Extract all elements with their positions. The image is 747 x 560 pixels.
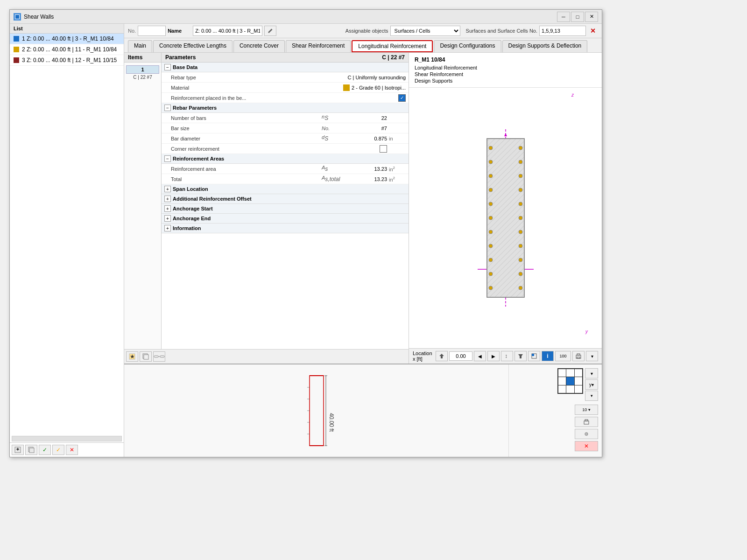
reinf-areas-section-header[interactable]: − Reinforcement Areas — [162, 154, 409, 164]
top-bar: No. Name Assignable objects Surfaces / C… — [124, 24, 602, 38]
edit-button[interactable] — [264, 26, 276, 36]
information-section[interactable]: + Information — [162, 224, 409, 233]
delete-list-button[interactable]: ✕ — [66, 445, 78, 455]
total-symbol: As,total — [322, 175, 350, 182]
view1-button[interactable] — [528, 351, 540, 361]
rebar-params-section-header[interactable]: − Rebar Parameters — [162, 103, 409, 113]
view-dropdown-button[interactable]: ▾ — [585, 368, 598, 378]
svg-rect-66 — [584, 421, 589, 424]
tab-design-supports[interactable]: Design Supports & Deflection — [502, 40, 588, 52]
anchorage-start-toggle[interactable]: + — [164, 205, 171, 212]
information-toggle[interactable]: + — [164, 225, 171, 231]
reinf-area-value: 13.23 — [350, 166, 387, 172]
minimize-button[interactable]: ─ — [557, 12, 570, 22]
cancel-bottom-button[interactable]: ✕ — [575, 441, 598, 451]
copy-param-button[interactable] — [140, 351, 152, 362]
no-label: No. — [128, 28, 136, 34]
print-bottom-button[interactable] — [575, 417, 598, 427]
corner-reinf-checkbox[interactable] — [380, 145, 387, 153]
info-button[interactable]: i — [542, 351, 554, 361]
list-header: List — [10, 24, 124, 34]
reinf-areas-toggle[interactable]: − — [164, 155, 171, 162]
surfaces-label: Surfaces and Surface Cells No. — [466, 28, 537, 34]
svg-point-24 — [489, 146, 493, 150]
tab-design-config[interactable]: Design Configurations — [434, 40, 501, 52]
params-bottom-toolbar: ★ — [124, 349, 409, 364]
base-data-toggle[interactable]: − — [164, 64, 171, 70]
svg-point-40 — [519, 216, 522, 220]
add-param-button[interactable]: ★ — [126, 351, 138, 362]
grid-view-icon[interactable] — [557, 368, 583, 394]
tab-long-reinf[interactable]: Longitudinal Reinforcement — [352, 40, 433, 52]
tab-concrete-cover[interactable]: Concrete Cover — [233, 40, 285, 52]
tab-shear-reinf[interactable]: Shear Reinforcement — [286, 40, 351, 52]
anchorage-end-section[interactable]: + Anchorage End — [162, 214, 409, 224]
items-column: 1 C | 22 #7 — [124, 63, 162, 349]
move-button[interactable]: ↕ — [501, 351, 513, 361]
info-title: R_M1 10/84 — [415, 56, 596, 63]
tab-concrete-eff[interactable]: Concrete Effective Lengths — [153, 40, 233, 52]
window-controls: ─ □ ✕ — [557, 12, 598, 22]
additional-reinf-section[interactable]: + Additional Reinforcement Offset — [162, 194, 409, 204]
span-location-toggle[interactable]: + — [164, 186, 171, 192]
anchorage-end-toggle[interactable]: + — [164, 215, 171, 222]
base-data-section-header[interactable]: − Base Data — [162, 63, 409, 72]
anchorage-start-section[interactable]: + Anchorage Start — [162, 204, 409, 214]
svg-marker-46 — [504, 133, 507, 136]
scale-value-button[interactable]: 10 ▾ — [575, 405, 598, 415]
filter-button[interactable] — [514, 351, 527, 361]
location-value-input[interactable] — [449, 351, 472, 361]
loc-right-button[interactable]: ▶ — [487, 351, 500, 361]
scale-100-button[interactable]: 100 — [555, 351, 571, 361]
horizontal-scrollbar[interactable] — [12, 436, 122, 441]
view-type-dropdown[interactable]: ▾ — [585, 391, 598, 401]
list-item[interactable]: 3 Z: 0.00 ... 40.00 ft | 12 - R_M1 10/15 — [10, 55, 124, 66]
total-label: Total — [171, 176, 322, 182]
print-dropdown-button[interactable]: ▾ — [586, 351, 598, 361]
navigate-button[interactable] — [436, 351, 448, 361]
title-bar: Shear Walls ─ □ ✕ — [10, 10, 602, 24]
close-x-button[interactable]: ✕ — [588, 26, 598, 36]
total-value: 13.23 — [350, 176, 387, 182]
bar-size-row: Bar size No. #7 — [162, 123, 409, 133]
no-input[interactable] — [138, 26, 166, 36]
svg-point-25 — [489, 160, 493, 164]
svg-text:✓✓: ✓✓ — [42, 447, 48, 453]
loc-left-button[interactable]: ◀ — [474, 351, 486, 361]
y-axis-button[interactable]: y▾ — [585, 379, 598, 390]
close-button[interactable]: ✕ — [585, 12, 598, 22]
print-viz-button[interactable] — [572, 351, 585, 361]
maximize-button[interactable]: □ — [571, 12, 584, 22]
svg-rect-50 — [532, 354, 534, 356]
item-number[interactable]: 1 — [126, 65, 159, 74]
assignable-objects-select[interactable]: Surfaces / Cells — [390, 26, 460, 36]
reinf-area-row: Reinforcement area As 13.23 in2 — [162, 164, 409, 174]
rebar-params-toggle[interactable]: − — [164, 105, 171, 111]
add-list-button[interactable]: ✦ — [12, 445, 24, 455]
link-param-button[interactable] — [153, 351, 165, 362]
bar-diameter-row: Bar diameter dS 0.875 in — [162, 133, 409, 144]
surfaces-input[interactable] — [539, 26, 586, 36]
info-item-1: Longitudinal Reinforcement — [415, 65, 596, 70]
svg-point-28 — [489, 202, 493, 206]
tab-main[interactable]: Main — [128, 40, 152, 52]
check-list-button[interactable]: ✓✓ — [39, 445, 51, 455]
partial-check-button[interactable]: ✓✓ — [52, 445, 64, 455]
item-label: C | 22 #7 — [126, 75, 159, 80]
copy-list-button[interactable] — [25, 445, 37, 455]
additional-reinf-title: Additional Reinforcement Offset — [173, 196, 252, 202]
item-color-3 — [14, 57, 19, 63]
list-item[interactable]: 1 Z: 0.00 ... 40.00 ft | 3 - R_M1 10/84 — [10, 34, 124, 44]
right-panel: R_M1 10/84 Longitudinal Reinforcement Sh… — [409, 53, 602, 364]
bar-diameter-label: Bar diameter — [171, 136, 322, 141]
elevation-diagram-svg: 40.00 ft — [293, 373, 340, 448]
additional-reinf-toggle[interactable]: + — [164, 196, 171, 202]
list-item[interactable]: 2 Z: 0.00 ... 40.00 ft | 11 - R_M1 10/84 — [10, 44, 124, 55]
name-input[interactable] — [193, 26, 262, 36]
svg-point-39 — [519, 202, 522, 206]
reinforcement-checkbox[interactable] — [398, 94, 406, 102]
settings-bottom-button[interactable] — [575, 429, 598, 439]
svg-point-43 — [519, 258, 522, 262]
window-content: List 1 Z: 0.00 ... 40.00 ft | 3 - R_M1 1… — [10, 24, 602, 457]
span-location-section[interactable]: + Span Location — [162, 184, 409, 194]
